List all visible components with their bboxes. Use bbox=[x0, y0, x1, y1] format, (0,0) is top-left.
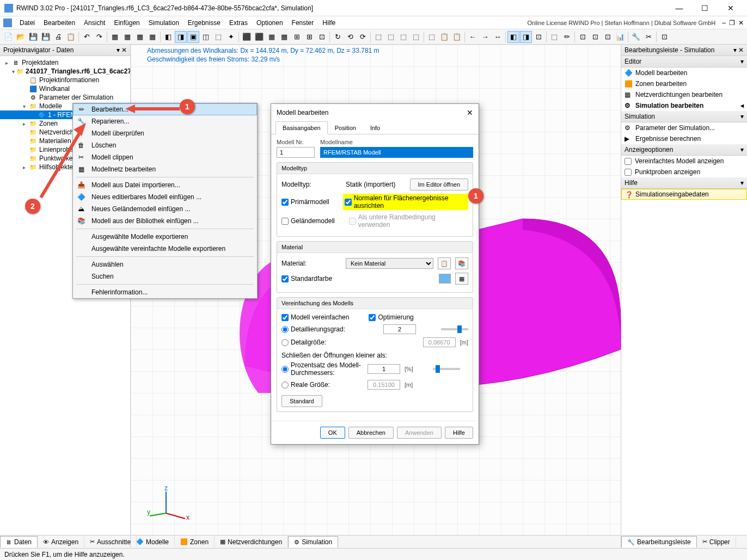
menu-simulation[interactable]: Simulation bbox=[144, 17, 183, 28]
btab-modelle[interactable]: 🔷 Modelle bbox=[131, 536, 175, 547]
tool-open[interactable]: 📂 bbox=[15, 31, 27, 43]
tab-position[interactable]: Position bbox=[328, 121, 363, 134]
ctx-reparieren[interactable]: 🔧Reparieren... bbox=[73, 115, 257, 127]
tool-view5[interactable]: ⬚ bbox=[212, 31, 224, 43]
tool-save[interactable]: 💾 bbox=[27, 31, 39, 43]
tool-view6[interactable]: ✦ bbox=[225, 31, 237, 43]
tool-c3[interactable]: ⬚ bbox=[397, 31, 409, 43]
btn-abbrechen[interactable]: Abbrechen bbox=[348, 427, 394, 439]
tool-f3[interactable]: ⊡ bbox=[532, 31, 544, 43]
ctx-biblio[interactable]: 📚Modell aus der Bibliothek einfügen ... bbox=[73, 215, 257, 227]
tool-e1[interactable]: ← bbox=[467, 31, 479, 43]
btab-daten[interactable]: 🗎 Daten bbox=[0, 536, 38, 547]
input-modellname[interactable] bbox=[320, 147, 473, 158]
tool-v13[interactable]: ⊡ bbox=[316, 31, 328, 43]
tool-f2[interactable]: ◨ bbox=[520, 31, 532, 43]
tree-simparams[interactable]: ⚙Parameter der Simulation bbox=[0, 93, 130, 102]
btn-standard[interactable]: Standard bbox=[281, 395, 322, 407]
tool-new[interactable]: 📄 bbox=[2, 31, 14, 43]
mdi-restore-icon[interactable]: ❐ bbox=[729, 19, 735, 27]
menu-hilfe[interactable]: Hilfe bbox=[318, 17, 340, 28]
tool-mesh4[interactable]: ▦ bbox=[146, 31, 158, 43]
tree-project[interactable]: ▾📁241017_Triangles.rf6_LC3_6cac27ed bbox=[0, 67, 130, 76]
tool-view4[interactable]: ◫ bbox=[200, 31, 212, 43]
btn-hilfe[interactable]: Hilfe bbox=[445, 427, 473, 439]
tool-print[interactable]: 🖨 bbox=[52, 31, 64, 43]
side-modell-bearbeiten[interactable]: 🔷Modell bearbeiten bbox=[621, 67, 747, 78]
input-reale[interactable] bbox=[368, 380, 400, 390]
minimize-button[interactable]: — bbox=[667, 1, 691, 16]
ctx-import[interactable]: 📥Modell aus Datei importieren... bbox=[73, 179, 257, 191]
input-detailgrad[interactable] bbox=[383, 324, 416, 334]
chk-punktproben[interactable]: Punktproben anzeigen bbox=[621, 167, 747, 177]
anzeige-section-header[interactable]: Anzeigeoptionen▾ bbox=[621, 144, 747, 156]
tool-v10[interactable]: ▦ bbox=[278, 31, 290, 43]
input-detailgrosse[interactable] bbox=[423, 337, 456, 347]
menu-ansicht[interactable]: Ansicht bbox=[79, 17, 109, 28]
tool-mesh2[interactable]: ▦ bbox=[121, 31, 133, 43]
tool-v12[interactable]: ⊞ bbox=[303, 31, 315, 43]
btab-clipper[interactable]: ✂ Clipper bbox=[697, 536, 736, 547]
tool-i2[interactable]: ✂ bbox=[642, 31, 654, 43]
sim-section-header[interactable]: Simulation▾ bbox=[621, 111, 747, 122]
chk-normalen[interactable]: Normalen für Flächenergebnisse ausrichte… bbox=[343, 194, 468, 210]
ctx-neuedit[interactable]: 🔷Neues editierbares Modell einfügen ... bbox=[73, 191, 257, 203]
panel-menu-icon[interactable]: ▾ ✕ bbox=[117, 46, 127, 54]
tree-root[interactable]: ▸🗎Projektdaten bbox=[0, 58, 130, 67]
tree-windkanal[interactable]: 🟦Windkanal bbox=[0, 84, 130, 93]
tool-view3[interactable]: ▣ bbox=[187, 31, 199, 43]
chk-primarmodell[interactable]: Primärmodell bbox=[281, 198, 329, 206]
editor-section-header[interactable]: Editor▾ bbox=[621, 56, 747, 67]
side-ergebnisse[interactable]: ▶Ergebnisse berechnen bbox=[621, 133, 747, 144]
side-sim-params[interactable]: ⚙Parameter der Simulation... bbox=[621, 122, 747, 133]
maximize-button[interactable]: ☐ bbox=[693, 1, 717, 16]
chk-optimierung[interactable]: Optimierung bbox=[369, 313, 413, 321]
menu-fenster[interactable]: Fenster bbox=[287, 17, 319, 28]
tool-redo[interactable]: ↷ bbox=[93, 31, 105, 43]
tool-refresh[interactable]: ↻ bbox=[332, 31, 344, 43]
tree-projinfo[interactable]: 📋Projektinformationen bbox=[0, 76, 130, 84]
tool-rot1[interactable]: ⟲ bbox=[344, 31, 356, 43]
slider-detailgrad[interactable] bbox=[441, 328, 468, 330]
btab-ausschnitte[interactable]: ✂ Ausschnitte bbox=[84, 536, 137, 547]
mdi-minimize-icon[interactable]: – bbox=[722, 19, 726, 27]
input-prozent[interactable] bbox=[368, 364, 400, 374]
btab-zonen[interactable]: 🟧 Zonen bbox=[175, 536, 215, 547]
chk-standardfarbe[interactable]: Standardfarbe bbox=[281, 275, 332, 282]
tool-mesh1[interactable]: ▦ bbox=[109, 31, 121, 43]
tool-e3[interactable]: ↔ bbox=[492, 31, 504, 43]
ctx-exportverein[interactable]: Ausgewählte vereinfachte Modelle exporti… bbox=[73, 243, 257, 255]
side-netz-bearbeiten[interactable]: ▦Netzverdichtungen bearbeiten bbox=[621, 89, 747, 100]
tool-view1[interactable]: ◧ bbox=[162, 31, 174, 43]
ctx-clippen[interactable]: ✂Modell clippen bbox=[73, 151, 257, 163]
close-button[interactable]: ✕ bbox=[718, 1, 743, 16]
tool-v9[interactable]: ▦ bbox=[266, 31, 278, 43]
ctx-suchen[interactable]: Suchen bbox=[73, 270, 257, 282]
radio-detailgrad[interactable]: Detaillierungsgrad: bbox=[281, 325, 345, 333]
btab-bearbeit[interactable]: 🔧 Bearbeitungsleiste bbox=[621, 536, 697, 547]
ctx-fehler[interactable]: Fehlerinformation... bbox=[73, 286, 257, 298]
btn-ok[interactable]: OK bbox=[320, 427, 345, 439]
btab-sim[interactable]: ⚙ Simulation bbox=[288, 536, 338, 547]
tool-d1[interactable]: ⬚ bbox=[426, 31, 438, 43]
tool-undo[interactable]: ↶ bbox=[81, 31, 93, 43]
tool-h1[interactable]: ⊡ bbox=[577, 31, 589, 43]
tool-h4[interactable]: 📊 bbox=[614, 31, 626, 43]
tool-d3[interactable]: 📋 bbox=[451, 31, 463, 43]
mdi-close-icon[interactable]: ✕ bbox=[738, 19, 744, 27]
side-sim-bearbeiten[interactable]: ⚙Simulation bearbeiten◂ bbox=[621, 100, 747, 111]
menu-einfuegen[interactable]: Einfügen bbox=[109, 17, 144, 28]
tool-i1[interactable]: 🔧 bbox=[630, 31, 642, 43]
tool-g1[interactable]: ⬚ bbox=[548, 31, 560, 43]
tool-view2[interactable]: ◨ bbox=[175, 31, 187, 43]
chk-gelandemodell[interactable]: Geländemodell bbox=[281, 217, 335, 225]
tool-f1[interactable]: ◧ bbox=[507, 31, 519, 43]
tool-j1[interactable]: ⊡ bbox=[658, 31, 670, 43]
menu-datei[interactable]: Datei bbox=[15, 17, 39, 28]
menu-ergebnisse[interactable]: Ergebnisse bbox=[183, 17, 225, 28]
btn-material-new[interactable]: 📋 bbox=[438, 257, 451, 269]
chk-vereinfachen[interactable]: Modell vereinfachen bbox=[281, 313, 349, 321]
tool-h2[interactable]: ⊡ bbox=[589, 31, 601, 43]
ctx-neugelande[interactable]: ⛰Neues Geländemodell einfügen ... bbox=[73, 203, 257, 215]
menu-extras[interactable]: Extras bbox=[225, 17, 252, 28]
